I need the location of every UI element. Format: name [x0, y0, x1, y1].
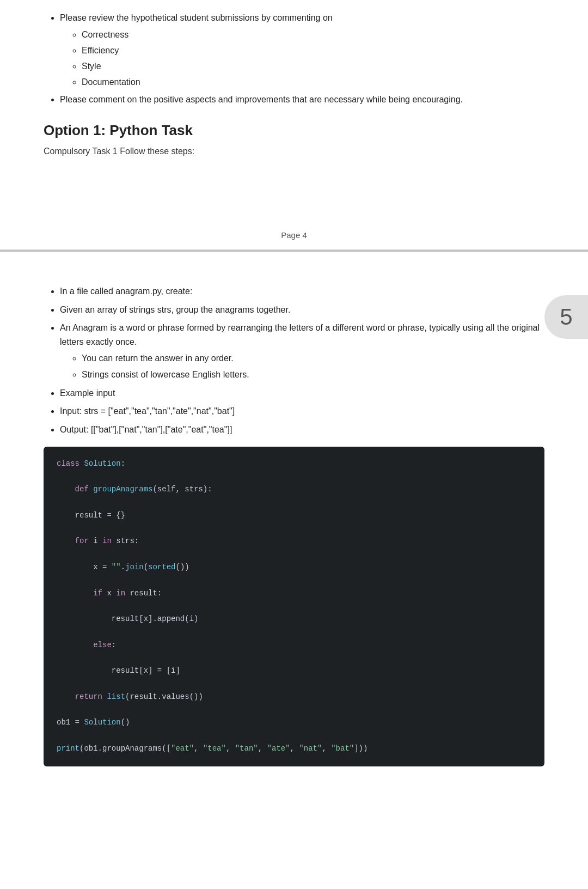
- sub-bullet-order: You can return the answer in any order.: [82, 351, 544, 366]
- bullet-item-1: Please review the hypothetical student s…: [60, 11, 544, 89]
- option-heading: Option 1: Python Task: [44, 122, 544, 139]
- page-number-top: Page 4: [281, 230, 307, 240]
- code-line: [57, 496, 531, 509]
- sub-bullet-style: Style: [82, 59, 544, 74]
- compulsory-text: Compulsory Task 1 Follow these steps:: [44, 147, 544, 156]
- code-line: [57, 600, 531, 613]
- badge-number: 5: [560, 304, 572, 330]
- bottom-bullet-list: In a file called anagram.py, create: Giv…: [60, 284, 544, 437]
- page-top: Please review the hypothetical student s…: [0, 0, 588, 251]
- code-line: class Solution:: [57, 458, 531, 471]
- code-line: return list(result.values()): [57, 691, 531, 704]
- bullet-item-2: Please comment on the positive aspects a…: [60, 93, 544, 107]
- sub-bullet-efficiency: Efficiency: [82, 43, 544, 58]
- code-line: [57, 678, 531, 691]
- top-bullet-list: Please review the hypothetical student s…: [60, 11, 544, 107]
- code-line: if x in result:: [57, 587, 531, 600]
- code-line: [57, 470, 531, 483]
- code-line: [57, 729, 531, 742]
- page-bottom: 5 In a file called anagram.py, create: G…: [0, 252, 588, 788]
- code-line: x = "".join(sorted()): [57, 561, 531, 574]
- code-line: ob1 = Solution(): [57, 716, 531, 729]
- code-line: result[x].append(i): [57, 613, 531, 626]
- sub-bullet-strings: Strings consist of lowercase English let…: [82, 367, 544, 382]
- code-line: result[x] = [i]: [57, 665, 531, 678]
- code-line: def groupAnagrams(self, strs):: [57, 483, 531, 496]
- sub-bullet-list-1: Correctness Efficiency Style Documentati…: [82, 27, 544, 90]
- code-line: [57, 704, 531, 717]
- bottom-sub-bullet-list: You can return the answer in any order. …: [82, 351, 544, 381]
- code-line: [57, 548, 531, 561]
- page-number-badge: 5: [544, 295, 588, 339]
- bottom-bullet-input: Input: strs = ["eat","tea","tan","ate","…: [60, 404, 544, 418]
- bottom-bullet-3-text: An Anagram is a word or phrase formed by…: [60, 323, 540, 346]
- code-line: [57, 574, 531, 587]
- code-line: else:: [57, 639, 531, 652]
- bottom-bullet-3: An Anagram is a word or phrase formed by…: [60, 321, 544, 382]
- sub-bullet-documentation: Documentation: [82, 75, 544, 89]
- code-line: [57, 626, 531, 639]
- bottom-bullet-example: Example input: [60, 386, 544, 400]
- bottom-bullet-2: Given an array of strings strs, group th…: [60, 303, 544, 317]
- code-line: print(ob1.groupAnagrams(["eat", "tea", "…: [57, 742, 531, 756]
- code-line: [57, 522, 531, 535]
- code-line: for i in strs:: [57, 535, 531, 548]
- bottom-bullet-output: Output: [["bat"],["nat","tan"],["ate","e…: [60, 423, 544, 437]
- code-line: result = {}: [57, 509, 531, 522]
- code-line: [57, 651, 531, 665]
- sub-bullet-correctness: Correctness: [82, 27, 544, 42]
- code-block: class Solution: def groupAnagrams(self, …: [44, 447, 544, 766]
- bullet-1-text: Please review the hypothetical student s…: [60, 13, 333, 22]
- bottom-bullet-1: In a file called anagram.py, create:: [60, 284, 544, 299]
